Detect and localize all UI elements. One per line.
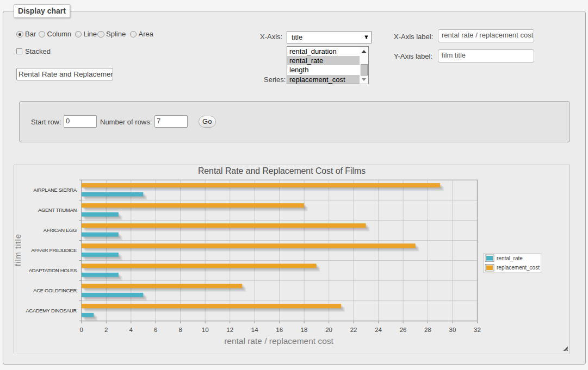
svg-text:rental rate / replacement cost: rental rate / replacement cost <box>224 336 333 346</box>
svg-text:ADAPTATION HOLES: ADAPTATION HOLES <box>29 268 77 273</box>
svg-text:0: 0 <box>80 327 83 333</box>
svg-text:AIRPLANE SIERRA: AIRPLANE SIERRA <box>34 187 77 193</box>
svg-text:26: 26 <box>400 327 407 333</box>
svg-text:rental_rate: rental_rate <box>497 255 523 261</box>
svg-text:22: 22 <box>350 327 357 333</box>
svg-text:AFRICAN EGG: AFRICAN EGG <box>44 228 77 233</box>
svg-text:ACADEMY DINOSAUR: ACADEMY DINOSAUR <box>26 308 77 313</box>
svg-text:AFFAIR PREJUDICE: AFFAIR PREJUDICE <box>31 248 77 253</box>
svg-text:4: 4 <box>129 327 133 333</box>
svg-text:32: 32 <box>474 327 481 333</box>
svg-text:replacement_cost: replacement_cost <box>497 265 540 271</box>
svg-text:film title: film title <box>14 234 22 266</box>
svg-text:20: 20 <box>325 327 332 333</box>
svg-text:12: 12 <box>226 327 233 333</box>
svg-text:Rental Rate and Replacement Co: Rental Rate and Replacement Cost of Film… <box>198 166 366 175</box>
svg-text:24: 24 <box>375 327 382 333</box>
svg-text:28: 28 <box>424 327 431 333</box>
svg-text:2: 2 <box>104 327 108 333</box>
svg-text:6: 6 <box>154 327 157 333</box>
svg-text:ACE GOLDFINGER: ACE GOLDFINGER <box>33 288 77 293</box>
svg-text:16: 16 <box>276 327 283 333</box>
svg-text:30: 30 <box>449 327 456 333</box>
svg-text:8: 8 <box>178 327 182 333</box>
svg-text:18: 18 <box>301 327 308 333</box>
svg-text:10: 10 <box>202 327 209 333</box>
svg-text:AGENT TRUMAN: AGENT TRUMAN <box>38 208 77 213</box>
svg-text:14: 14 <box>251 327 258 333</box>
